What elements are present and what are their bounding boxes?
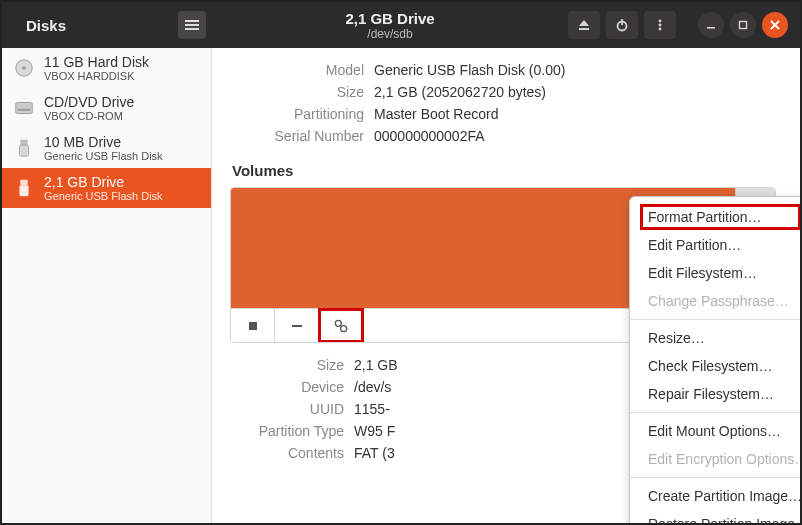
menu-edit-mount-options[interactable]: Edit Mount Options… (630, 417, 802, 445)
menu-separator (630, 319, 802, 320)
value-serial: 000000000002FA (374, 126, 774, 146)
label-model: Model (232, 60, 372, 80)
menu-restore-partition-image[interactable]: Restore Partition Image… (630, 510, 802, 525)
svg-rect-16 (292, 325, 302, 327)
sidebar-item-sublabel: VBOX HARDDISK (44, 70, 149, 82)
svg-point-4 (659, 28, 662, 31)
label-vol-contents: Contents (232, 443, 352, 463)
sidebar-item-text: 11 GB Hard Disk VBOX HARDDISK (44, 54, 149, 82)
menu-button[interactable] (178, 11, 206, 39)
usb-icon (12, 136, 36, 160)
eject-button[interactable] (568, 11, 600, 39)
svg-rect-13 (20, 180, 27, 186)
svg-point-18 (340, 325, 346, 331)
menu-check-filesystem[interactable]: Check Filesystem… (630, 352, 802, 380)
titlebar: Disks 2,1 GB Drive /dev/sdb (2, 2, 800, 48)
power-button[interactable] (606, 11, 638, 39)
svg-point-2 (659, 20, 662, 23)
main: 11 GB Hard Disk VBOX HARDDISK CD/DVD Dri… (2, 48, 800, 523)
sidebar-item-hdd[interactable]: 11 GB Hard Disk VBOX HARDDISK (2, 48, 211, 88)
titlebar-left: Disks (2, 11, 212, 39)
label-serial: Serial Number (232, 126, 372, 146)
usb-icon (12, 176, 36, 200)
unmount-button[interactable] (231, 309, 275, 342)
menu-separator (630, 412, 802, 413)
label-vol-size: Size (232, 355, 352, 375)
window-subtitle: /dev/sdb (212, 27, 568, 41)
sidebar-item-cd[interactable]: CD/DVD Drive VBOX CD-ROM (2, 88, 211, 128)
svg-rect-6 (740, 22, 747, 29)
svg-rect-1 (621, 19, 623, 25)
svg-rect-11 (20, 140, 27, 146)
svg-rect-12 (19, 145, 28, 156)
maximize-button[interactable] (730, 12, 756, 38)
titlebar-center: 2,1 GB Drive /dev/sdb (212, 10, 568, 41)
sidebar-item-text: 10 MB Drive Generic USB Flash Disk (44, 134, 163, 162)
sidebar: 11 GB Hard Disk VBOX HARDDISK CD/DVD Dri… (2, 48, 212, 523)
cd-icon (12, 96, 36, 120)
svg-rect-10 (18, 109, 31, 111)
sidebar-item-sublabel: Generic USB Flash Disk (44, 190, 163, 202)
menu-repair-filesystem[interactable]: Repair Filesystem… (630, 380, 802, 408)
hdd-icon (12, 56, 36, 80)
partition-options-menu: Format Partition… Edit Partition… Edit F… (629, 196, 802, 525)
menu-edit-encryption-options: Edit Encryption Options… (630, 445, 802, 473)
svg-point-3 (659, 24, 662, 27)
delete-partition-button[interactable] (275, 309, 319, 342)
sidebar-item-text: CD/DVD Drive VBOX CD-ROM (44, 94, 134, 122)
svg-point-8 (22, 66, 26, 70)
minimize-button[interactable] (698, 12, 724, 38)
sidebar-item-label: 10 MB Drive (44, 134, 163, 150)
partition-options-button[interactable] (319, 309, 363, 342)
svg-point-17 (335, 320, 341, 326)
label-vol-ptype: Partition Type (232, 421, 352, 441)
menu-edit-filesystem[interactable]: Edit Filesystem… (630, 259, 802, 287)
menu-change-passphrase: Change Passphrase… (630, 287, 802, 315)
titlebar-right (568, 11, 800, 39)
value-partitioning: Master Boot Record (374, 104, 774, 124)
drive-options-button[interactable] (644, 11, 676, 39)
menu-format-partition[interactable]: Format Partition… (630, 203, 802, 231)
svg-rect-15 (249, 322, 257, 330)
menu-resize[interactable]: Resize… (630, 324, 802, 352)
volumes-header: Volumes (232, 162, 776, 179)
svg-rect-9 (16, 103, 33, 114)
menu-separator (630, 477, 802, 478)
close-button[interactable] (762, 12, 788, 38)
content: Model Generic USB Flash Disk (0.00) Size… (212, 48, 800, 523)
label-vol-uuid: UUID (232, 399, 352, 419)
svg-rect-14 (19, 185, 28, 196)
sidebar-item-usb-small[interactable]: 10 MB Drive Generic USB Flash Disk (2, 128, 211, 168)
value-model: Generic USB Flash Disk (0.00) (374, 60, 774, 80)
sidebar-item-sublabel: Generic USB Flash Disk (44, 150, 163, 162)
sidebar-item-text: 2,1 GB Drive Generic USB Flash Disk (44, 174, 163, 202)
drive-info-table: Model Generic USB Flash Disk (0.00) Size… (230, 58, 776, 148)
label-vol-device: Device (232, 377, 352, 397)
menu-create-partition-image[interactable]: Create Partition Image… (630, 482, 802, 510)
svg-rect-5 (707, 27, 715, 29)
sidebar-item-sublabel: VBOX CD-ROM (44, 110, 134, 122)
value-size: 2,1 GB (2052062720 bytes) (374, 82, 774, 102)
sidebar-item-usb-selected[interactable]: 2,1 GB Drive Generic USB Flash Disk (2, 168, 211, 208)
window-title: 2,1 GB Drive (212, 10, 568, 27)
sidebar-item-label: 2,1 GB Drive (44, 174, 163, 190)
label-size: Size (232, 82, 372, 102)
sidebar-item-label: 11 GB Hard Disk (44, 54, 149, 70)
contents-text: FAT (3 (354, 445, 395, 461)
label-partitioning: Partitioning (232, 104, 372, 124)
menu-edit-partition[interactable]: Edit Partition… (630, 231, 802, 259)
sidebar-item-label: CD/DVD Drive (44, 94, 134, 110)
app-name: Disks (26, 17, 66, 34)
